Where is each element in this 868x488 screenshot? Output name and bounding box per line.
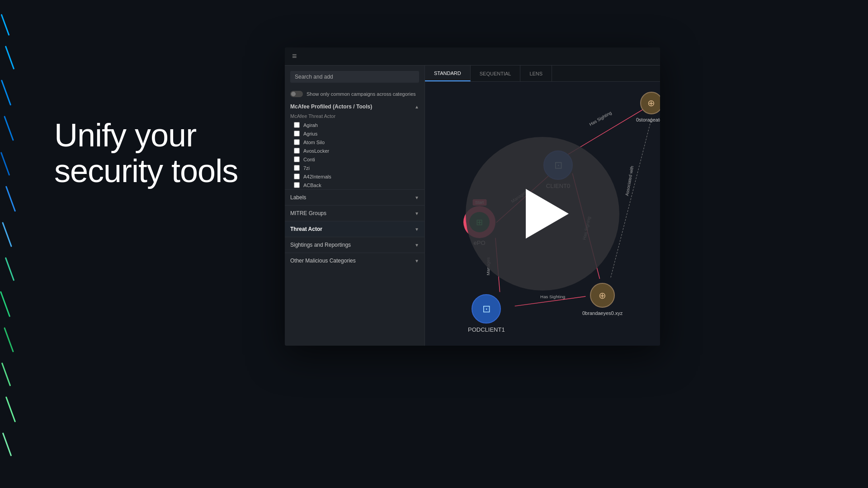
hero-section: Unify your security tools [54,117,238,189]
toggle-label: Show only common campaigns across catego… [307,91,416,97]
section-threat-actor-label: Threat Actor [290,226,322,232]
checkbox-7zi-input[interactable] [294,165,300,171]
section-mitre[interactable]: MITRE Groups ▼ [285,205,425,221]
node-0storage[interactable]: ⊕ 0storageato... [636,92,660,122]
section-threat-actor[interactable]: Threat Actor ▼ [285,221,425,237]
checkbox-avoslocker-label: AvosLocker [303,148,329,154]
chevron-down-icon: ▼ [415,195,419,200]
checkbox-avoslocker-input[interactable] [294,148,300,154]
toggle-switch[interactable] [290,91,303,97]
decorative-line-10 [1,362,11,386]
decorative-line-2 [1,80,11,105]
checkbox-conti-input[interactable] [294,156,300,162]
decorative-line-8 [0,291,10,317]
checkbox-avoslocker[interactable]: AvosLocker [285,146,425,155]
hero-line1: Unify your [54,117,196,153]
checkbox-agirah[interactable]: Agirah [285,121,425,129]
checkbox-agirah-label: Agirah [303,122,318,128]
graph-area: Manages Manages Has Sighting Has Signing… [425,82,660,346]
chevron-down-icon-4: ▼ [415,243,419,248]
section-labels[interactable]: Labels ▼ [285,189,425,205]
checkbox-conti[interactable]: Conti [285,155,425,164]
app-mockup: ≡ Search and add Show only common campai… [285,47,660,346]
checkbox-conti-label: Conti [303,157,315,162]
chevron-down-icon-5: ▼ [415,258,419,263]
hero-line2: security tools [54,153,238,189]
decorative-lines [0,0,32,488]
tab-standard[interactable]: STANDARD [425,66,471,81]
node-podclient1[interactable]: ⊡ PODCLIENT1 [468,294,505,333]
decorative-line-4 [0,152,10,176]
decorative-line-9 [4,327,14,352]
decorative-line-12 [2,432,12,456]
checkbox-atom-silo[interactable]: Atom Silo [285,138,425,146]
decorative-line-0 [1,14,10,36]
hero-title: Unify your security tools [54,117,238,189]
checkbox-agrius-label: Agrius [303,131,317,136]
svg-text:Has Sighting: Has Sighting [588,110,612,127]
section-mitre-label: MITRE Groups [290,210,326,216]
0storage-label: 0storageato... [636,117,660,122]
section-malicious[interactable]: Other Malicious Categories ▼ [285,253,425,268]
chevron-up-icon: ▲ [415,104,419,109]
checkbox-a42internals-input[interactable] [294,174,300,179]
decorative-line-5 [5,186,16,211]
checkbox-a42internals[interactable]: A42Internals [285,172,425,181]
checkbox-atom-silo-input[interactable] [294,139,300,145]
play-triangle-icon [526,189,569,239]
play-button[interactable] [466,137,619,291]
node-0brandaeyes[interactable]: ⊕ 0brandaeyes0.xyz [582,283,623,316]
left-panel: Search and add Show only common campaign… [285,66,425,346]
0brandaeyes-label: 0brandaeyes0.xyz [582,310,623,316]
podclient1-label: PODCLIENT1 [468,326,505,333]
section-sightings-label: Sightings and Reportings [290,242,351,248]
chevron-down-icon-2: ▼ [415,211,419,216]
chevron-down-icon-3: ▼ [415,227,419,232]
checkbox-acback-label: ACBack [303,183,321,188]
decorative-line-7 [5,257,15,281]
search-bar[interactable]: Search and add [290,71,419,83]
right-panel: STANDARD SEQUENTIAL LENS Manages Manages [425,66,660,346]
checkbox-agirah-input[interactable] [294,122,300,128]
decorative-line-1 [5,46,15,70]
tabs-bar: STANDARD SEQUENTIAL LENS [425,66,660,82]
subsection-threat-actor: McAfee Threat Actor [285,112,425,121]
tab-lens-label: LENS [529,71,542,76]
checkbox-acback[interactable]: ACBack [285,181,425,189]
checkbox-7zi-label: 7zi [303,165,310,171]
section-malicious-label: Other Malicious Categories [290,258,356,264]
checkbox-agrius-input[interactable] [294,131,300,136]
decorative-line-3 [4,116,14,141]
svg-text:Has Sighting: Has Sighting [540,294,565,299]
section-labels-label: Labels [290,194,306,201]
tab-sequential-label: SEQUENTIAL [480,71,511,76]
tab-lens[interactable]: LENS [520,66,552,81]
menu-icon[interactable]: ≡ [292,52,297,61]
checkbox-agrius[interactable]: Agrius [285,129,425,138]
checkbox-atom-silo-label: Atom Silo [303,140,325,145]
checkbox-7zi[interactable]: 7zi [285,164,425,172]
tab-sequential[interactable]: SEQUENTIAL [471,66,521,81]
decorative-line-11 [5,396,16,422]
app-topbar: ≡ [285,47,660,66]
section-profiled[interactable]: McAfee Profiled (Actors / Tools) ▲ [285,100,425,112]
svg-line-8 [515,296,586,306]
section-sightings[interactable]: Sightings and Reportings ▼ [285,237,425,253]
toggle-row[interactable]: Show only common campaigns across catego… [285,88,425,100]
tab-standard-label: STANDARD [434,70,461,76]
svg-text:Associated with: Associated with [624,165,635,196]
checkbox-acback-input[interactable] [294,182,300,188]
decorative-line-6 [2,222,12,247]
section-profiled-label: McAfee Profiled (Actors / Tools) [290,103,372,110]
checkbox-a42internals-label: A42Internals [303,174,331,179]
